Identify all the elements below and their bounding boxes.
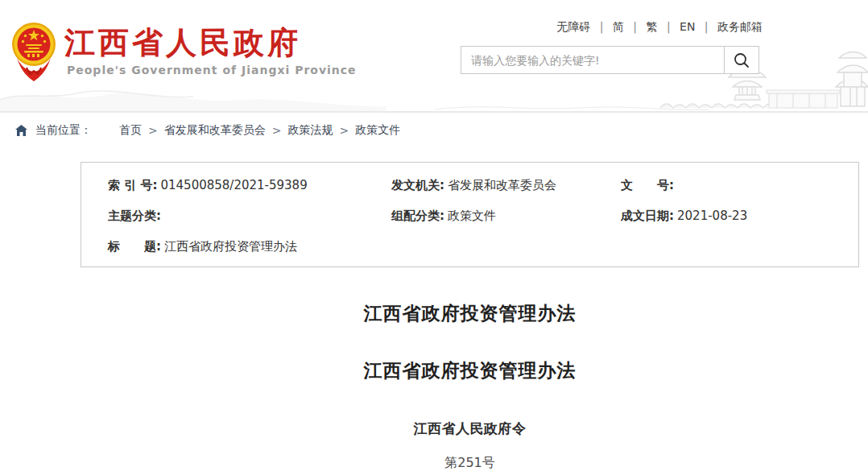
article-body: 江西省政府投资管理办法 江西省政府投资管理办法 江西省人民政府令 第251号: [81, 303, 859, 470]
link-simplified-chinese[interactable]: 简: [613, 20, 624, 33]
link-english[interactable]: EN: [680, 20, 695, 33]
breadcrumb-item-drc[interactable]: 省发展和改革委员会: [164, 123, 266, 138]
meta-label: 文 号:: [621, 178, 674, 192]
article-title: 江西省政府投资管理办法: [81, 303, 859, 324]
meta-label: 标 题:: [108, 239, 161, 254]
meta-group-category: 组配分类:政策文件: [391, 200, 621, 231]
meta-label: 发文机关:: [391, 178, 444, 192]
breadcrumb-separator: >: [339, 124, 349, 137]
meta-label: 索 引 号:: [108, 178, 157, 192]
links-separator: |: [705, 20, 709, 33]
breadcrumb-separator: >: [272, 124, 282, 137]
breadcrumb-separator: >: [148, 124, 158, 137]
document-meta-table: 索 引 号:014500858/2021-59389 发文机关:省发展和改革委员…: [81, 162, 859, 267]
breadcrumb: 当前位置： 首页 > 省发展和改革委员会 > 政策法规 > 政策文件: [0, 113, 868, 148]
link-accessibility[interactable]: 无障碍: [556, 20, 590, 33]
home-icon[interactable]: [14, 124, 28, 137]
links-separator: |: [667, 20, 671, 33]
utility-links: 无障碍 | 简 | 繁 | EN | 政务邮箱: [556, 20, 763, 35]
main-content: 索 引 号:014500858/2021-59389 发文机关:省发展和改革委员…: [81, 162, 859, 470]
links-separator: |: [633, 20, 637, 33]
meta-value: 江西省政府投资管理办法: [164, 239, 297, 254]
decree-number: 第251号: [81, 455, 859, 470]
search-input[interactable]: [461, 46, 724, 74]
link-gov-mail[interactable]: 政务邮箱: [717, 20, 763, 33]
meta-value: 政策文件: [448, 209, 496, 223]
meta-value: 014500858/2021-59389: [160, 178, 307, 192]
article-title-repeat: 江西省政府投资管理办法: [81, 360, 859, 381]
site-title: 江西省人民政府: [64, 23, 301, 64]
decree-heading: 江西省人民政府令: [81, 420, 859, 436]
breadcrumb-label: 当前位置：: [35, 123, 92, 138]
meta-issuing-agency: 发文机关:省发展和改革委员会: [391, 170, 621, 200]
link-traditional-chinese[interactable]: 繁: [646, 20, 657, 33]
meta-label: 主题分类:: [108, 209, 161, 223]
links-separator: |: [600, 20, 604, 33]
site-header: 江西省人民政府 People's Government of Jiangxi P…: [0, 0, 868, 113]
meta-issue-date: 成文日期:2021-08-23: [621, 200, 858, 231]
meta-value: 省发展和改革委员会: [448, 178, 556, 192]
breadcrumb-item-policy-regulations[interactable]: 政策法规: [287, 123, 333, 138]
site-subtitle-en: People's Government of Jiangxi Province: [67, 64, 357, 76]
meta-label: 组配分类:: [391, 209, 444, 223]
meta-theme-category: 主题分类:: [81, 200, 391, 231]
site-search: [461, 46, 759, 74]
breadcrumb-item-policy-documents[interactable]: 政策文件: [355, 123, 400, 138]
meta-title: 标 题:江西省政府投资管理办法: [81, 231, 858, 262]
search-button[interactable]: [724, 46, 759, 74]
meta-value: 2021-08-23: [677, 209, 747, 223]
meta-document-number: 文 号:: [621, 170, 858, 200]
meta-label: 成文日期:: [621, 209, 674, 223]
search-icon: [733, 52, 750, 69]
breadcrumb-item-home[interactable]: 首页: [119, 123, 142, 138]
national-emblem-icon: [10, 18, 57, 82]
meta-index-number: 索 引 号:014500858/2021-59389: [81, 170, 391, 200]
